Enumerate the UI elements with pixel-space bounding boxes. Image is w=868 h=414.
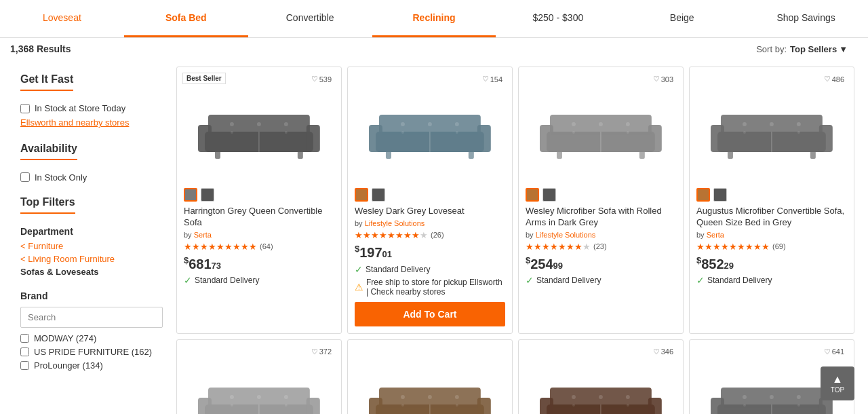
- svg-rect-14: [369, 125, 382, 152]
- svg-point-44: [770, 122, 774, 126]
- wishlist-button[interactable]: ♡ 641: [820, 345, 848, 358]
- sort-by: Sort by: Top Sellers ▼: [756, 44, 848, 54]
- svg-rect-75: [648, 398, 662, 414]
- product-title: Harrington Grey Queen Convertible Sofa: [184, 206, 334, 229]
- product-brand: by Serta: [184, 231, 334, 239]
- svg-rect-3: [307, 125, 320, 152]
- svg-rect-18: [469, 151, 474, 159]
- brand-checkbox[interactable]: [20, 361, 29, 370]
- color-swatch[interactable]: [542, 188, 556, 202]
- wishlist-count: 372: [319, 347, 332, 356]
- back-to-top-label: TOP: [831, 386, 844, 394]
- stars-row: ★★★★★ (69): [696, 242, 847, 252]
- svg-point-57: [284, 395, 288, 399]
- review-count: (64): [260, 242, 273, 250]
- nav-item-beige[interactable]: Beige: [620, 0, 744, 37]
- results-header: 1,368 Results Sort by: Top Sellers ▼: [10, 38, 858, 60]
- nav-item-loveseat[interactable]: Loveseat: [0, 0, 124, 37]
- product-card: Best Seller ♡ 539 Harrington Grey Queen …: [176, 67, 342, 334]
- nav-item-sofa-bed[interactable]: Sofa Bed: [124, 0, 248, 37]
- color-swatch[interactable]: [372, 188, 385, 202]
- svg-point-45: [797, 122, 801, 126]
- nav-item-$250---$300[interactable]: $250 - $300: [496, 0, 620, 37]
- delivery-row: ✓ Standard Delivery: [526, 275, 676, 286]
- wishlist-count: 303: [661, 75, 673, 83]
- stars-row: ★★★★★ (64): [184, 242, 334, 252]
- brand-search-input[interactable]: [20, 307, 163, 328]
- svg-point-92: [770, 395, 774, 399]
- svg-rect-51: [307, 398, 320, 414]
- stars-row: ★★★★★ (26): [355, 230, 505, 240]
- color-swatch[interactable]: [526, 188, 539, 202]
- wishlist-count: 539: [319, 75, 332, 83]
- best-seller-badge: Best Seller: [182, 73, 226, 84]
- product-price: $25499: [526, 255, 676, 272]
- svg-point-69: [455, 395, 459, 399]
- product-card: ♡ 346: [518, 339, 684, 414]
- product-card: ♡ 486 Augustus Microfiber Convertible So…: [689, 67, 854, 334]
- svg-point-7: [230, 122, 234, 126]
- svg-point-94: [743, 404, 746, 407]
- delivery-row: ✓ Standard Delivery: [355, 264, 505, 275]
- product-image: [696, 74, 847, 183]
- wishlist-button[interactable]: ♡ 154: [478, 73, 507, 86]
- svg-rect-27: [648, 125, 662, 152]
- in-stock-only-checkbox[interactable]: [20, 172, 30, 182]
- svg-point-35: [627, 131, 629, 134]
- in-stock-checkbox[interactable]: [20, 104, 30, 113]
- nav-item-convertible[interactable]: Convertible: [248, 0, 372, 37]
- color-swatch[interactable]: [355, 188, 368, 202]
- wishlist-count: 346: [661, 347, 673, 356]
- svg-rect-42: [810, 151, 816, 159]
- wishlist-button[interactable]: ♡ 346: [649, 345, 677, 358]
- wishlist-button[interactable]: ♡ 372: [307, 345, 336, 358]
- wishlist-count: 154: [490, 75, 502, 83]
- product-image: [355, 74, 505, 183]
- star-rating: ★★★★★: [526, 242, 591, 252]
- back-to-top-button[interactable]: ▲ TOP: [821, 366, 854, 400]
- brand-checkbox[interactable]: [20, 334, 29, 343]
- color-swatch[interactable]: [184, 188, 197, 202]
- ellsworth-link[interactable]: Ellsworth and nearby stores: [20, 117, 129, 128]
- wishlist-button[interactable]: ♡ 486: [820, 73, 848, 86]
- top-nav: LoveseatSofa BedConvertibleReclining$250…: [0, 0, 868, 38]
- color-swatches: [696, 188, 847, 202]
- wishlist-button[interactable]: ♡ 303: [649, 73, 677, 86]
- stars-row: ★★★★★ (23): [526, 242, 676, 252]
- svg-point-20: [428, 122, 432, 126]
- product-price: $19701: [355, 244, 505, 261]
- product-image: [355, 347, 505, 414]
- product-brand: by Serta: [696, 231, 847, 239]
- living-room-link[interactable]: < Living Room Furniture: [20, 254, 163, 264]
- furniture-link[interactable]: < Furniture: [20, 241, 163, 251]
- product-image: [184, 74, 334, 183]
- nav-item-shop-savings[interactable]: Shop Savings: [744, 0, 868, 37]
- svg-point-32: [599, 122, 603, 126]
- product-card: ♡ 154 Wesley Dark Grey Loveseat by Lifes…: [347, 67, 513, 334]
- svg-rect-39: [819, 125, 833, 152]
- svg-rect-41: [728, 151, 733, 159]
- color-swatch[interactable]: [201, 188, 214, 202]
- check-nearby-link[interactable]: Check nearby stores: [370, 287, 445, 297]
- svg-point-81: [626, 395, 630, 399]
- svg-point-59: [285, 404, 288, 407]
- svg-point-21: [455, 122, 459, 126]
- svg-rect-63: [477, 398, 491, 414]
- svg-rect-30: [639, 151, 645, 159]
- review-count: (26): [431, 231, 444, 239]
- warning-icon: ⚠: [355, 282, 363, 293]
- wishlist-button[interactable]: ♡ 539: [307, 73, 336, 86]
- product-title: Wesley Microfiber Sofa with Rolled Arms …: [526, 206, 676, 229]
- nav-item-reclining[interactable]: Reclining: [372, 0, 496, 37]
- heart-icon: ♡: [824, 75, 831, 83]
- svg-point-70: [401, 404, 404, 407]
- add-to-cart-button[interactable]: Add To Cart: [355, 302, 505, 326]
- svg-rect-74: [540, 398, 553, 414]
- sort-by-value[interactable]: Top Sellers ▼: [790, 44, 848, 54]
- svg-point-22: [401, 131, 404, 134]
- brand-checkbox[interactable]: [20, 347, 29, 356]
- color-swatch[interactable]: [713, 188, 727, 202]
- color-swatch[interactable]: [696, 188, 710, 202]
- product-card: [347, 339, 513, 414]
- delivery-label: Standard Delivery: [707, 276, 772, 285]
